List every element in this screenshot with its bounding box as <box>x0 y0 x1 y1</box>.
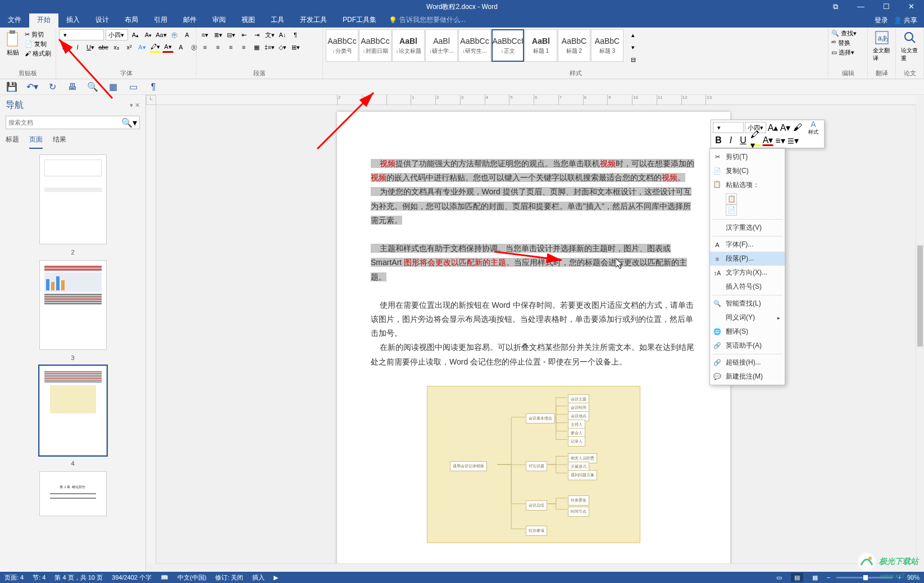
bullet-list-button[interactable]: ≡▾ <box>199 29 211 40</box>
mini-highlight[interactable]: 🖍▾ <box>750 135 761 146</box>
style-item-2[interactable]: AaBl↓论文标题 <box>392 29 425 62</box>
change-case-button[interactable]: Aa▾ <box>156 29 167 40</box>
increase-indent-button[interactable]: ⇥ <box>251 29 262 40</box>
decrease-indent-button[interactable]: ⇤ <box>238 29 249 40</box>
highlight-button[interactable]: 🖍▾ <box>149 42 161 53</box>
ctx-synonym[interactable]: 同义词(Y)▸ <box>710 311 785 325</box>
paste-button[interactable]: 粘贴 <box>3 29 23 58</box>
thesis-check-button[interactable]: 论文查重 <box>899 29 921 68</box>
distributed-button[interactable]: ▦ <box>251 42 262 53</box>
zoom-out-button[interactable]: − <box>827 574 830 581</box>
mini-font-combo[interactable]: ▾ <box>713 122 744 133</box>
thumb-page-2[interactable] <box>39 154 107 244</box>
align-center-button[interactable]: ≡ <box>212 42 224 53</box>
qat-picture-button[interactable]: ▭ <box>127 81 139 93</box>
minimize-button[interactable]: — <box>848 2 873 11</box>
bold-button[interactable]: B <box>59 42 70 53</box>
strikethrough-button[interactable]: abc <box>98 42 109 53</box>
tab-selector[interactable]: L <box>146 95 156 105</box>
qat-paragraph-button[interactable]: ¶ <box>147 81 160 93</box>
select-button[interactable]: ▭ 选择▾ <box>831 48 854 57</box>
text-effects-button[interactable]: A▾ <box>136 42 148 53</box>
style-item-0[interactable]: AaBbCc↓分类号 <box>326 29 358 62</box>
undo-button[interactable]: ↶▾ <box>26 81 38 93</box>
mini-underline[interactable]: U <box>738 135 749 146</box>
ctx-hyperlink[interactable]: 🔗超链接(H)... <box>710 356 785 370</box>
multilevel-list-button[interactable]: ⊟▾ <box>225 29 236 40</box>
asian-layout-button[interactable]: 文▾ <box>264 29 275 40</box>
ctx-textdir[interactable]: ↕A文字方向(X)... <box>710 266 785 280</box>
tab-review[interactable]: 审阅 <box>204 12 234 28</box>
nav-close-icon[interactable]: ✕ <box>135 102 140 108</box>
doc-paragraph[interactable]: 主题和样式也有助于文档保持协调。当您单击设计并选择新的主题时，图片、图表或 Sm… <box>371 242 697 284</box>
ctx-font[interactable]: A字体(F)... <box>710 238 785 252</box>
tab-home[interactable]: 开始 <box>29 12 58 28</box>
sort-button[interactable]: A↓ <box>277 29 288 40</box>
status-section[interactable]: 节: 4 <box>33 573 45 582</box>
vertical-scrollbar[interactable] <box>916 105 924 563</box>
status-pageof[interactable]: 第 4 页，共 10 页 <box>54 573 103 582</box>
mini-styles-button[interactable]: A样式 <box>804 122 822 133</box>
tab-mailings[interactable]: 邮件 <box>175 12 204 28</box>
ctx-translate[interactable]: 🌐翻译(S) <box>710 325 785 339</box>
copy-button[interactable]: 📄 复制 <box>25 40 51 48</box>
shrink-font-button[interactable]: A▾ <box>143 29 154 40</box>
ctx-symbol[interactable]: 插入符号(S) <box>710 280 785 294</box>
number-list-button[interactable]: ≣▾ <box>212 29 224 40</box>
ctx-copy[interactable]: 📄复制(C) <box>710 164 785 178</box>
ctx-comment[interactable]: 💬新建批注(M) <box>710 370 785 384</box>
styles-scroll-down[interactable]: ▾ <box>627 42 639 53</box>
styles-gallery[interactable]: AaBbCc↓分类号AaBbCc↓封面日期AaBl↓论文标题AaBl↓硕士学..… <box>326 29 623 62</box>
status-page[interactable]: 页面: 4 <box>4 573 24 582</box>
embedded-image[interactable]: 通用会议记录模板 会议基本信息 讨论议题 会议总结 待办事项 会议主题 会议时间… <box>427 386 640 543</box>
italic-button[interactable]: I <box>72 42 83 53</box>
maximize-button[interactable]: ☐ <box>873 2 899 11</box>
style-item-8[interactable]: AaBbC标题 3 <box>591 29 623 62</box>
ribbon-opts-icon[interactable]: ⧉ <box>823 2 848 11</box>
view-read-mode[interactable]: ▭ <box>773 573 785 582</box>
view-web-layout[interactable]: ▦ <box>809 573 821 582</box>
tab-pdf[interactable]: PDF工具集 <box>335 12 384 28</box>
tab-design[interactable]: 设计 <box>88 12 117 28</box>
tab-devtools[interactable]: 开发工具 <box>292 12 335 28</box>
line-spacing-button[interactable]: ‡≡▾ <box>264 42 275 53</box>
full-translate-button[interactable]: aあ 全文翻译 <box>871 29 893 68</box>
qat-table-button[interactable]: ▦ <box>107 81 119 93</box>
style-item-3[interactable]: AaBl↓硕士学... <box>425 29 458 62</box>
mini-grow-font[interactable]: A▴ <box>767 122 779 133</box>
shading-button[interactable]: ◇▾ <box>277 42 288 53</box>
qat-preview-button[interactable]: 🔍 <box>87 81 99 93</box>
replace-button[interactable]: ᵃᵇ 替换 <box>831 39 850 47</box>
borders-button[interactable]: ⊞▾ <box>290 42 301 53</box>
font-color-button[interactable]: A▾ <box>162 42 174 53</box>
tab-insert[interactable]: 插入 <box>58 12 88 28</box>
superscript-button[interactable]: x² <box>124 42 135 53</box>
paste-text-only[interactable]: 📄 <box>726 204 737 216</box>
vertical-ruler[interactable] <box>146 105 156 563</box>
align-right-button[interactable]: ≡ <box>225 42 236 53</box>
doc-paragraph[interactable]: 在新的阅读视图中阅读更加容易。可以折叠文档某些部分并关注所需文本。如果在达到结尾… <box>371 340 697 368</box>
search-icon[interactable]: 🔍▾ <box>121 117 137 128</box>
status-lang[interactable]: 中文(中国) <box>177 573 206 582</box>
horizontal-scrollbar[interactable] <box>156 563 916 572</box>
nav-search-input[interactable] <box>8 119 121 126</box>
subscript-button[interactable]: x₂ <box>111 42 122 53</box>
status-dict-icon[interactable]: 📖 <box>161 574 169 581</box>
style-item-1[interactable]: AaBbCc↓封面日期 <box>359 29 392 62</box>
ctx-hanzi[interactable]: 汉字重选(V) <box>710 221 785 235</box>
grow-font-button[interactable]: A▴ <box>130 29 141 40</box>
thumb-page-3[interactable] <box>39 260 107 350</box>
mini-numbering[interactable]: ≣▾ <box>787 135 798 146</box>
style-item-7[interactable]: AaBbC标题 2 <box>558 29 590 62</box>
status-insert[interactable]: 插入 <box>252 573 265 582</box>
document-page[interactable]: 视频提供了功能强大的方法帮助您证明您的观点。当您单击联机视频时，可以在想要添加的… <box>337 112 730 572</box>
paste-keep-source[interactable]: 📋 <box>726 193 737 204</box>
ctx-smartfind[interactable]: 🔍智能查找(L) <box>710 297 785 311</box>
tab-layout[interactable]: 布局 <box>117 12 146 28</box>
nav-dropdown-icon[interactable]: ▾ <box>130 102 133 108</box>
align-left-button[interactable]: ≡ <box>199 42 211 53</box>
justify-button[interactable]: ≡ <box>238 42 249 53</box>
tab-references[interactable]: 引用 <box>146 12 175 28</box>
char-border-button[interactable]: A <box>181 29 193 40</box>
styles-more[interactable]: ⊟ <box>627 54 639 65</box>
